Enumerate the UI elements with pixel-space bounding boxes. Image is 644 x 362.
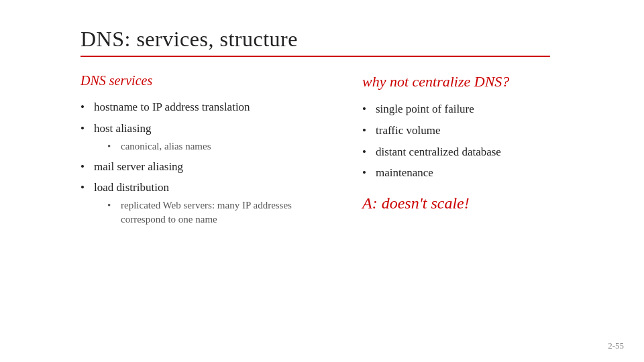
bullet-text: host aliasing (94, 122, 151, 135)
list-item: maintenance (362, 165, 604, 181)
list-item: traffic volume (362, 123, 604, 139)
bullet-text: traffic volume (376, 124, 440, 137)
list-item: canonical, alias names (107, 139, 322, 154)
right-section-title: why not centralize DNS? (362, 73, 604, 90)
right-bullet-list: single point of failure traffic volume d… (362, 101, 604, 181)
title-underline (80, 56, 550, 57)
bullet-text: maintenance (376, 166, 433, 179)
slide-number: 2-55 (608, 341, 624, 351)
list-item: single point of failure (362, 101, 604, 117)
content-area: DNS services hostname to IP address tran… (80, 73, 604, 232)
sub-bullet-list: replicated Web servers: many IP addresse… (107, 198, 322, 227)
list-item: load distribution replicated Web servers… (80, 180, 322, 227)
bullet-text: mail server aliasing (94, 160, 183, 173)
bullet-text: distant centralized database (376, 145, 501, 158)
answer-text: A: doesn't scale! (362, 194, 604, 213)
list-item: mail server aliasing (80, 159, 322, 175)
list-item: replicated Web servers: many IP addresse… (107, 198, 322, 227)
right-column: why not centralize DNS? single point of … (362, 73, 604, 213)
sub-bullet-text: canonical, alias names (121, 141, 211, 152)
left-bullet-list: hostname to IP address translation host … (80, 99, 322, 227)
left-section-title: DNS services (80, 73, 322, 88)
list-item: host aliasing canonical, alias names (80, 121, 322, 154)
bullet-text: single point of failure (376, 103, 474, 115)
list-item: hostname to IP address translation (80, 99, 322, 115)
sub-bullet-text: replicated Web servers: many IP addresse… (121, 200, 292, 225)
bullet-text: hostname to IP address translation (94, 101, 250, 113)
sub-bullet-list: canonical, alias names (107, 139, 322, 154)
left-column: DNS services hostname to IP address tran… (80, 73, 322, 232)
slide-title: DNS: services, structure (80, 27, 604, 52)
slide: DNS: services, structure DNS services ho… (0, 0, 644, 362)
list-item: distant centralized database (362, 144, 604, 160)
bullet-text: load distribution (94, 181, 169, 194)
